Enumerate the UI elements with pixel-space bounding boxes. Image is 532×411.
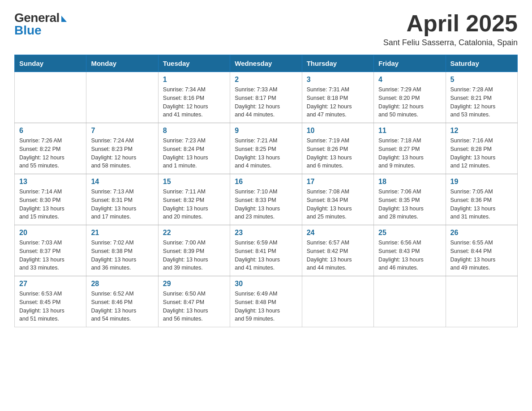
- calendar-table: SundayMondayTuesdayWednesdayThursdayFrid…: [14, 55, 518, 327]
- day-info: Sunrise: 7:28 AM Sunset: 8:21 PM Dayligh…: [450, 86, 513, 119]
- day-number: 4: [378, 76, 441, 84]
- day-info: Sunrise: 7:26 AM Sunset: 8:22 PM Dayligh…: [19, 137, 82, 170]
- weekday-header-saturday: Saturday: [446, 55, 517, 72]
- weekday-header-sunday: Sunday: [15, 55, 86, 72]
- day-info: Sunrise: 7:29 AM Sunset: 8:20 PM Dayligh…: [378, 86, 441, 119]
- day-number: 5: [450, 76, 513, 84]
- day-number: 19: [450, 178, 513, 186]
- location-subtitle: Sant Feliu Sasserra, Catalonia, Spain: [383, 38, 518, 47]
- calendar-cell: 20Sunrise: 7:03 AM Sunset: 8:37 PM Dayli…: [15, 225, 86, 276]
- day-info: Sunrise: 7:11 AM Sunset: 8:32 PM Dayligh…: [163, 188, 225, 221]
- day-info: Sunrise: 6:57 AM Sunset: 8:42 PM Dayligh…: [307, 239, 369, 272]
- day-info: Sunrise: 6:59 AM Sunset: 8:41 PM Dayligh…: [235, 239, 297, 272]
- weekday-header-tuesday: Tuesday: [158, 55, 230, 72]
- day-info: Sunrise: 6:49 AM Sunset: 8:48 PM Dayligh…: [235, 290, 297, 323]
- day-info: Sunrise: 7:14 AM Sunset: 8:30 PM Dayligh…: [19, 188, 82, 221]
- calendar-body: 1Sunrise: 7:34 AM Sunset: 8:16 PM Daylig…: [15, 72, 518, 327]
- day-number: 21: [91, 229, 153, 237]
- day-info: Sunrise: 7:34 AM Sunset: 8:16 PM Dayligh…: [163, 86, 225, 119]
- calendar-cell: 6Sunrise: 7:26 AM Sunset: 8:22 PM Daylig…: [15, 123, 86, 174]
- calendar-cell: 30Sunrise: 6:49 AM Sunset: 8:48 PM Dayli…: [230, 276, 302, 327]
- weekday-header-row: SundayMondayTuesdayWednesdayThursdayFrid…: [15, 55, 518, 72]
- weekday-header-friday: Friday: [374, 55, 446, 72]
- calendar-cell: 13Sunrise: 7:14 AM Sunset: 8:30 PM Dayli…: [15, 174, 86, 225]
- day-info: Sunrise: 7:24 AM Sunset: 8:23 PM Dayligh…: [91, 137, 153, 170]
- calendar-cell: 25Sunrise: 6:56 AM Sunset: 8:43 PM Dayli…: [374, 225, 446, 276]
- day-number: 2: [235, 76, 297, 84]
- day-info: Sunrise: 7:03 AM Sunset: 8:37 PM Dayligh…: [19, 239, 82, 272]
- calendar-cell: 18Sunrise: 7:06 AM Sunset: 8:35 PM Dayli…: [374, 174, 446, 225]
- weekday-header-monday: Monday: [86, 55, 158, 72]
- day-info: Sunrise: 6:55 AM Sunset: 8:44 PM Dayligh…: [450, 239, 513, 272]
- calendar-cell: 29Sunrise: 6:50 AM Sunset: 8:47 PM Dayli…: [158, 276, 230, 327]
- calendar-cell: 21Sunrise: 7:02 AM Sunset: 8:38 PM Dayli…: [86, 225, 158, 276]
- day-info: Sunrise: 7:21 AM Sunset: 8:25 PM Dayligh…: [235, 137, 297, 170]
- day-info: Sunrise: 7:05 AM Sunset: 8:36 PM Dayligh…: [450, 188, 513, 221]
- calendar-week-row: 6Sunrise: 7:26 AM Sunset: 8:22 PM Daylig…: [15, 123, 518, 174]
- day-number: 25: [378, 229, 441, 237]
- day-info: Sunrise: 6:52 AM Sunset: 8:46 PM Dayligh…: [91, 290, 153, 323]
- day-number: 10: [307, 127, 369, 135]
- calendar-cell: 22Sunrise: 7:00 AM Sunset: 8:39 PM Dayli…: [158, 225, 230, 276]
- calendar-header: SundayMondayTuesdayWednesdayThursdayFrid…: [15, 55, 518, 72]
- day-number: 17: [307, 178, 369, 186]
- weekday-header-wednesday: Wednesday: [230, 55, 302, 72]
- day-info: Sunrise: 7:23 AM Sunset: 8:24 PM Dayligh…: [163, 137, 225, 170]
- calendar-cell: 27Sunrise: 6:53 AM Sunset: 8:45 PM Dayli…: [15, 276, 86, 327]
- day-number: 28: [91, 280, 153, 288]
- calendar-cell: 3Sunrise: 7:31 AM Sunset: 8:18 PM Daylig…: [302, 72, 373, 123]
- day-info: Sunrise: 7:08 AM Sunset: 8:34 PM Dayligh…: [307, 188, 369, 221]
- day-number: 9: [235, 127, 297, 135]
- day-info: Sunrise: 6:50 AM Sunset: 8:47 PM Dayligh…: [163, 290, 225, 323]
- day-number: 13: [19, 178, 82, 186]
- title-section: April 2025 Sant Feliu Sasserra, Cataloni…: [383, 11, 518, 47]
- page-header: General Blue April 2025 Sant Feliu Sasse…: [14, 11, 518, 47]
- day-number: 6: [19, 127, 82, 135]
- day-info: Sunrise: 7:19 AM Sunset: 8:26 PM Dayligh…: [307, 137, 369, 170]
- day-info: Sunrise: 7:10 AM Sunset: 8:33 PM Dayligh…: [235, 188, 297, 221]
- day-info: Sunrise: 7:18 AM Sunset: 8:27 PM Dayligh…: [378, 137, 441, 170]
- month-title: April 2025: [383, 11, 518, 36]
- day-number: 29: [163, 280, 225, 288]
- day-info: Sunrise: 7:31 AM Sunset: 8:18 PM Dayligh…: [307, 86, 369, 119]
- calendar-cell: 24Sunrise: 6:57 AM Sunset: 8:42 PM Dayli…: [302, 225, 373, 276]
- calendar-cell: 7Sunrise: 7:24 AM Sunset: 8:23 PM Daylig…: [86, 123, 158, 174]
- calendar-week-row: 20Sunrise: 7:03 AM Sunset: 8:37 PM Dayli…: [15, 225, 518, 276]
- calendar-cell: [15, 72, 86, 123]
- calendar-cell: 2Sunrise: 7:33 AM Sunset: 8:17 PM Daylig…: [230, 72, 302, 123]
- day-number: 20: [19, 229, 82, 237]
- day-number: 14: [91, 178, 153, 186]
- calendar-cell: 4Sunrise: 7:29 AM Sunset: 8:20 PM Daylig…: [374, 72, 446, 123]
- day-number: 24: [307, 229, 369, 237]
- weekday-header-thursday: Thursday: [302, 55, 373, 72]
- day-number: 7: [91, 127, 153, 135]
- calendar-week-row: 1Sunrise: 7:34 AM Sunset: 8:16 PM Daylig…: [15, 72, 518, 123]
- day-number: 8: [163, 127, 225, 135]
- calendar-cell: [446, 276, 517, 327]
- logo-triangle-icon: [61, 16, 67, 22]
- calendar-cell: 28Sunrise: 6:52 AM Sunset: 8:46 PM Dayli…: [86, 276, 158, 327]
- calendar-cell: 5Sunrise: 7:28 AM Sunset: 8:21 PM Daylig…: [446, 72, 517, 123]
- day-number: 26: [450, 229, 513, 237]
- calendar-cell: 17Sunrise: 7:08 AM Sunset: 8:34 PM Dayli…: [302, 174, 373, 225]
- day-number: 11: [378, 127, 441, 135]
- day-number: 22: [163, 229, 225, 237]
- day-number: 3: [307, 76, 369, 84]
- day-number: 23: [235, 229, 297, 237]
- calendar-cell: [302, 276, 373, 327]
- day-number: 30: [235, 280, 297, 288]
- calendar-cell: 12Sunrise: 7:16 AM Sunset: 8:28 PM Dayli…: [446, 123, 517, 174]
- day-info: Sunrise: 7:02 AM Sunset: 8:38 PM Dayligh…: [91, 239, 153, 272]
- calendar-cell: 9Sunrise: 7:21 AM Sunset: 8:25 PM Daylig…: [230, 123, 302, 174]
- calendar-cell: 26Sunrise: 6:55 AM Sunset: 8:44 PM Dayli…: [446, 225, 517, 276]
- day-number: 18: [378, 178, 441, 186]
- day-number: 16: [235, 178, 297, 186]
- calendar-cell: 15Sunrise: 7:11 AM Sunset: 8:32 PM Dayli…: [158, 174, 230, 225]
- calendar-cell: 8Sunrise: 7:23 AM Sunset: 8:24 PM Daylig…: [158, 123, 230, 174]
- day-number: 1: [163, 76, 225, 84]
- day-number: 15: [163, 178, 225, 186]
- calendar-cell: 16Sunrise: 7:10 AM Sunset: 8:33 PM Dayli…: [230, 174, 302, 225]
- calendar-week-row: 13Sunrise: 7:14 AM Sunset: 8:30 PM Dayli…: [15, 174, 518, 225]
- day-info: Sunrise: 7:06 AM Sunset: 8:35 PM Dayligh…: [378, 188, 441, 221]
- day-info: Sunrise: 7:16 AM Sunset: 8:28 PM Dayligh…: [450, 137, 513, 170]
